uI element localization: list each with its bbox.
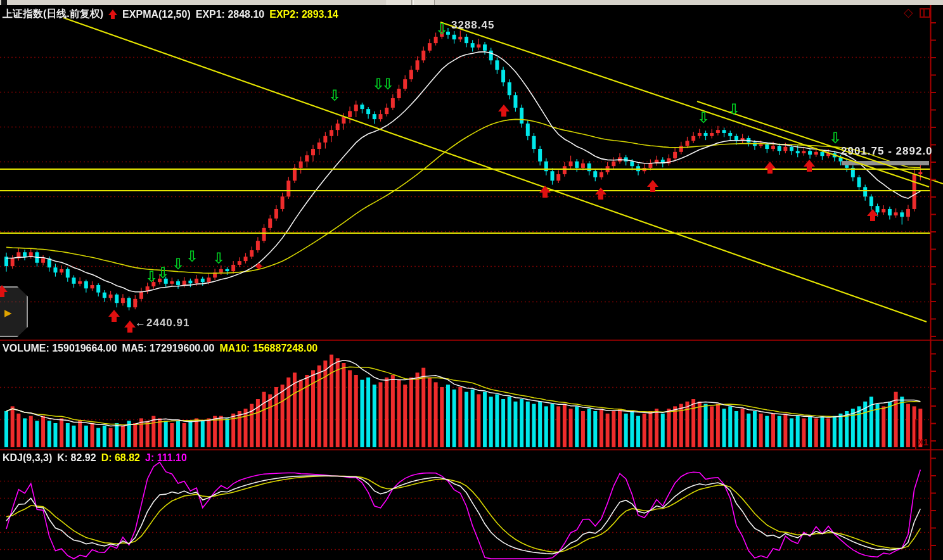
exp1-value: EXP1: 2848.10: [196, 9, 265, 20]
indicator-label[interactable]: EXPMA(12,50): [122, 9, 191, 20]
volume-ma10-value: MA10: 156887248.00: [219, 343, 318, 354]
chart-canvas[interactable]: [0, 0, 943, 560]
chart-window: 上证指数(日线.前复权) EXPMA(12,50) EXP1: 2848.10 …: [0, 0, 943, 560]
split-window-icon[interactable]: [920, 8, 930, 18]
toolbar-button-fragment[interactable]: [413, 0, 435, 5]
kdj-pane-header: KDJ(9,3,3) K: 82.92 D: 68.82 J: 111.10: [3, 452, 187, 464]
symbol-title: 上证指数(日线.前复权): [3, 8, 103, 21]
volume-ma5-value: MA5: 172919600.00: [122, 343, 215, 354]
kdj-d-value: D: 68.82: [101, 452, 140, 464]
zoom-level-indicator[interactable]: X1: [918, 437, 928, 447]
gap-zone-annotation: 2901.75 - 2892.0: [841, 145, 933, 158]
low-price-annotation: ←2440.91: [135, 317, 189, 329]
volume-value[interactable]: VOLUME: 159019664.00: [3, 343, 117, 354]
main-pane-header: 上证指数(日线.前复权) EXPMA(12,50) EXP1: 2848.10 …: [3, 8, 338, 21]
kdj-k-value: K: 82.92: [57, 452, 96, 464]
exp2-value: EXP2: 2893.14: [269, 9, 338, 20]
kdj-j-value: J: 111.10: [145, 452, 187, 464]
expma-up-arrow-icon: [108, 10, 117, 19]
kdj-label[interactable]: KDJ(9,3,3): [3, 452, 52, 464]
toolbar-edge-strip: [0, 0, 943, 5]
diamond-window-icon[interactable]: ◇: [904, 7, 913, 18]
side-panel-handle[interactable]: ▶: [0, 286, 28, 337]
peak-price-annotation: 3288.45: [451, 19, 494, 32]
volume-pane-header: VOLUME: 159019664.00 MA5: 172919600.00 M…: [3, 343, 318, 354]
toolbar-button-fragment[interactable]: [387, 0, 412, 5]
toolbar-corner-square: [1, 0, 7, 5]
axis-box-divider: [915, 419, 916, 450]
expand-right-icon: ▶: [4, 307, 12, 319]
